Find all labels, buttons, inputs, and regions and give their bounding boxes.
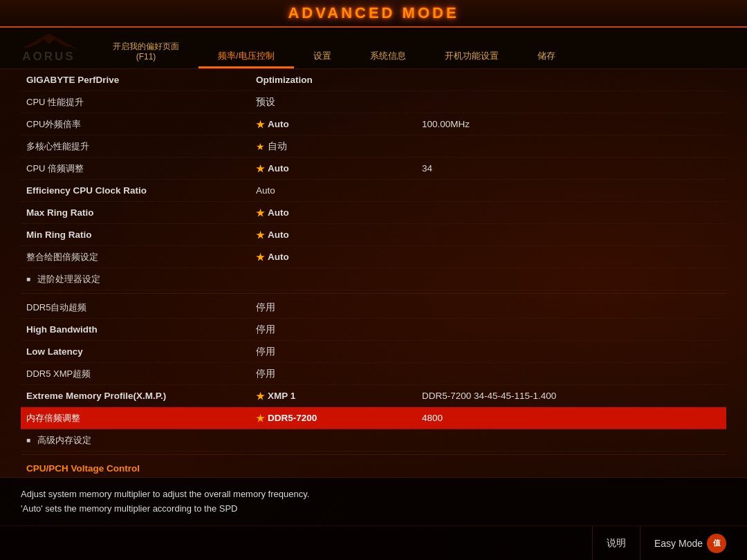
setting-name: 内存倍频调整	[21, 412, 256, 424]
setting-name: CPU外频倍率	[21, 118, 256, 131]
star-icon: ★	[256, 207, 265, 218]
setting-name: ■进阶处理器设定	[21, 273, 256, 286]
table-row: CPU/PCH Voltage Control	[21, 458, 726, 477]
tab-sysinfo[interactable]: 系统信息	[351, 44, 425, 68]
setting-value2: DDR5-7200 34-45-45-115-1.400	[422, 391, 726, 401]
setting-name: ■高级内存设定	[21, 434, 256, 447]
setting-value1: ★DDR5-7200	[256, 413, 422, 424]
table-row: 整合绘图倍频设定★Auto	[21, 246, 726, 268]
table-row: GIGABYTE PerfDriveOptimization	[21, 69, 726, 91]
star-icon: ★	[256, 230, 265, 241]
table-row: CPU 倍频调整★Auto34	[21, 158, 726, 180]
page-title: ADVANCED MODE	[288, 4, 459, 22]
table-row: Efficiency CPU Clock RatioAuto	[21, 180, 726, 202]
setting-value1: ★Auto	[256, 163, 422, 174]
bullet-icon: ■	[26, 436, 30, 444]
tab-freq[interactable]: 频率/电压控制	[199, 44, 294, 68]
setting-value1: Optimization	[256, 75, 422, 85]
table-row: CPU 性能提升预设	[21, 91, 726, 113]
bottom-description: Adjust system memory multiplier to adjus…	[21, 487, 309, 516]
table-row: ■高级内存设定	[21, 429, 726, 451]
divider-18	[21, 454, 726, 455]
setting-value1: 停用	[256, 346, 422, 358]
table-row: Min Ring Ratio★Auto	[21, 224, 726, 246]
table-row: High Bandwidth停用	[21, 319, 726, 341]
setting-value1: 停用	[256, 324, 422, 336]
setting-name: GIGABYTE PerfDrive	[21, 75, 256, 85]
setting-name: Efficiency CPU Clock Ratio	[21, 185, 256, 196]
setting-value1: ★Auto	[256, 119, 422, 130]
nav-bar: 开启我的偏好页面 (F11) 频率/电压控制 设置 系统信息 开机功能设置 储存	[0, 28, 747, 69]
setting-value1: ★Auto	[256, 207, 422, 218]
setting-value2: 34	[422, 163, 726, 174]
setting-value1: ★Auto	[256, 252, 422, 263]
setting-value1: ★自动	[256, 140, 422, 153]
tab-fav[interactable]: 开启我的偏好页面 (F11)	[93, 36, 199, 68]
star-icon: ★	[256, 252, 265, 263]
setting-value1: 停用	[256, 301, 422, 314]
star-icon: ★	[256, 391, 265, 402]
easy-mode-icon: 值	[707, 534, 726, 553]
divider-10	[21, 293, 726, 294]
easy-mode-label: Easy Mode	[654, 538, 703, 549]
star-icon: ★	[256, 119, 265, 130]
table-row: 多核心性能提升★自动	[21, 136, 726, 158]
settings-table: GIGABYTE PerfDriveOptimizationCPU 性能提升预设…	[21, 69, 726, 477]
very-bottom-bar: 说明 Easy Mode 值	[0, 525, 747, 560]
table-row: Max Ring Ratio★Auto	[21, 202, 726, 224]
setting-value1: ★XMP 1	[256, 391, 422, 402]
setting-name: 多核心性能提升	[21, 140, 256, 153]
top-header: AORUS ADVANCED MODE	[0, 0, 747, 28]
explain-button[interactable]: 说明	[592, 526, 640, 561]
setting-value2: 4800	[422, 413, 726, 423]
table-row: ■进阶处理器设定	[21, 268, 726, 290]
setting-value2: 100.00MHz	[422, 119, 726, 129]
setting-value1: ★Auto	[256, 230, 422, 241]
setting-name: CPU 性能提升	[21, 96, 256, 109]
setting-name: CPU/PCH Voltage Control	[21, 463, 256, 474]
setting-value1: 预设	[256, 96, 422, 109]
table-row: DDR5 XMP超频停用	[21, 363, 726, 385]
explain-label: 说明	[607, 537, 626, 550]
main-content: GIGABYTE PerfDriveOptimizationCPU 性能提升预设…	[0, 69, 747, 477]
setting-name: DDR5自动超频	[21, 301, 256, 314]
setting-name: Low Latency	[21, 346, 256, 357]
tab-boot[interactable]: 开机功能设置	[425, 44, 518, 68]
setting-name: 整合绘图倍频设定	[21, 251, 256, 263]
star-icon: ★	[256, 413, 265, 424]
tab-settings[interactable]: 设置	[294, 44, 351, 68]
star-icon: ★	[256, 163, 265, 174]
setting-name: Extreme Memory Profile(X.M.P.)	[21, 391, 256, 401]
table-row: CPU外频倍率★Auto100.00MHz	[21, 113, 726, 136]
setting-name: DDR5 XMP超频	[21, 368, 256, 380]
setting-name: High Bandwidth	[21, 324, 256, 335]
table-row: DDR5自动超频停用	[21, 297, 726, 319]
setting-value1: 停用	[256, 368, 422, 380]
setting-value1: Auto	[256, 185, 422, 196]
bullet-icon: ■	[26, 275, 30, 283]
tab-storage[interactable]: 储存	[518, 44, 575, 68]
table-row[interactable]: 内存倍频调整★DDR5-72004800	[21, 407, 726, 429]
easy-mode-button[interactable]: Easy Mode 值	[640, 526, 740, 561]
setting-name: Min Ring Ratio	[21, 230, 256, 240]
table-row: Extreme Memory Profile(X.M.P.)★XMP 1DDR5…	[21, 385, 726, 407]
bottom-bar: Adjust system memory multiplier to adjus…	[0, 477, 747, 525]
star-icon: ★	[256, 141, 265, 152]
setting-name: Max Ring Ratio	[21, 207, 256, 218]
setting-name: CPU 倍频调整	[21, 162, 256, 175]
table-row: Low Latency停用	[21, 341, 726, 363]
